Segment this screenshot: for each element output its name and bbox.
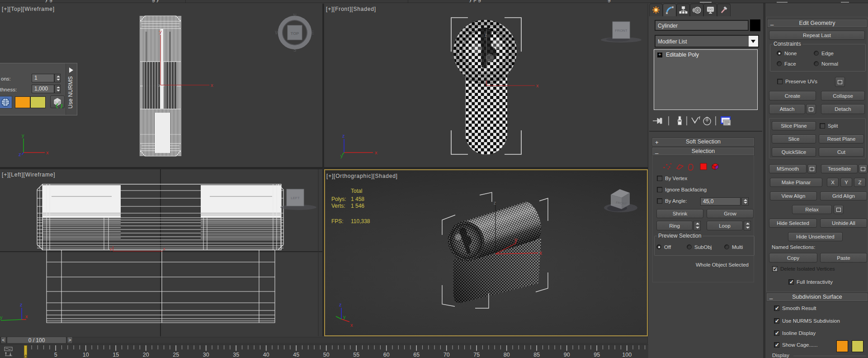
svg-text:x: x xyxy=(350,322,353,328)
svg-text:20: 20 xyxy=(143,352,149,358)
svg-text:75: 75 xyxy=(473,352,480,358)
svg-text:60: 60 xyxy=(383,352,390,358)
svg-text:y: y xyxy=(22,133,24,138)
svg-text:65: 65 xyxy=(413,352,420,358)
svg-text:1 546: 1 546 xyxy=(351,203,364,209)
svg-text:S: S xyxy=(293,48,297,53)
svg-text:y: y xyxy=(110,247,112,251)
svg-text:x: x xyxy=(25,314,28,319)
svg-text:z: z xyxy=(20,302,23,307)
svg-text:y: y xyxy=(159,29,162,34)
svg-text:70: 70 xyxy=(443,352,450,358)
svg-text:z: z xyxy=(158,83,160,88)
svg-text:y: y xyxy=(0,315,3,320)
svg-text:x: x xyxy=(539,250,542,256)
svg-text:1 458: 1 458 xyxy=(351,196,364,202)
svg-text:x: x xyxy=(375,150,377,155)
svg-text:y: y xyxy=(514,237,517,243)
svg-text:Verts:: Verts: xyxy=(331,203,345,209)
svg-text:x: x xyxy=(536,83,539,88)
svg-text:z: z xyxy=(494,200,496,205)
svg-text:TOP: TOP xyxy=(291,31,299,36)
svg-text:Polys:: Polys: xyxy=(331,196,346,202)
svg-text:95: 95 xyxy=(594,352,600,358)
svg-text:z: z xyxy=(342,133,345,138)
svg-text:x: x xyxy=(163,247,165,251)
svg-text:N: N xyxy=(293,13,296,18)
svg-text:Total: Total xyxy=(351,188,362,194)
svg-text:x: x xyxy=(46,150,49,155)
svg-text:5: 5 xyxy=(54,352,57,358)
svg-text:z: z xyxy=(485,33,487,38)
svg-text:30: 30 xyxy=(203,352,209,358)
svg-text:40: 40 xyxy=(263,352,269,358)
svg-text:FPS:: FPS: xyxy=(331,218,344,224)
svg-text:W: W xyxy=(275,30,279,35)
svg-text:z: z xyxy=(19,152,21,157)
svg-text:LEFT: LEFT xyxy=(291,196,300,200)
svg-text:50: 50 xyxy=(323,352,330,358)
svg-text:25: 25 xyxy=(173,352,179,358)
svg-text:FRONT: FRONT xyxy=(615,29,627,33)
svg-text:y: y xyxy=(343,314,346,320)
svg-text:10: 10 xyxy=(83,352,89,358)
svg-text:35: 35 xyxy=(233,352,239,358)
svg-text:15: 15 xyxy=(113,352,119,358)
svg-text:y: y xyxy=(340,153,343,158)
svg-text:z: z xyxy=(339,302,342,307)
svg-text:80: 80 xyxy=(504,352,510,358)
svg-text:100: 100 xyxy=(622,352,632,358)
svg-text:E: E xyxy=(311,30,314,35)
svg-text:85: 85 xyxy=(533,352,540,358)
svg-text:110,338: 110,338 xyxy=(351,218,370,224)
svg-text:45: 45 xyxy=(293,352,299,358)
svg-text:55: 55 xyxy=(353,352,359,358)
svg-text:90: 90 xyxy=(564,352,570,358)
svg-text:x: x xyxy=(211,82,213,88)
